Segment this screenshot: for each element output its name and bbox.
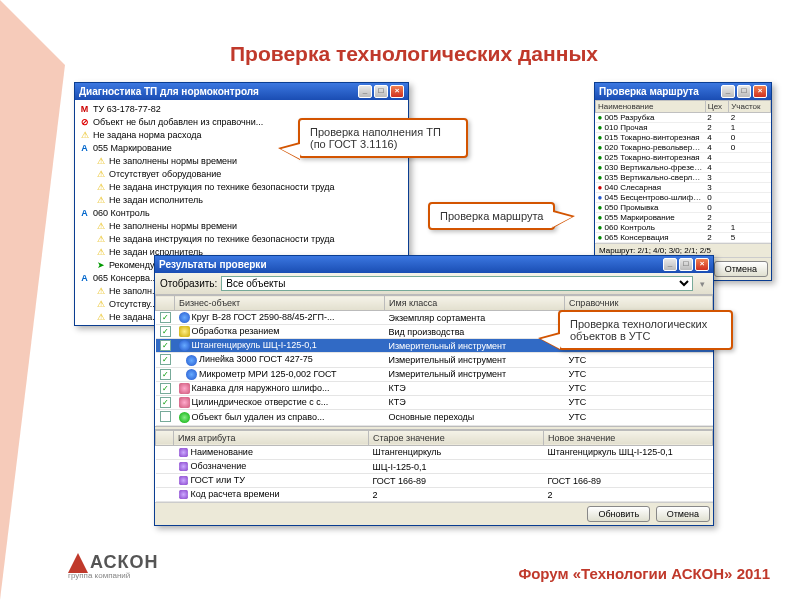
grid-header[interactable]: Справочник	[565, 296, 713, 311]
checkbox[interactable]: ✓	[160, 354, 171, 365]
maximize-button[interactable]: □	[737, 85, 751, 98]
route-row[interactable]: ● 045 Бесцентрово-шлифовальная0	[596, 193, 771, 203]
grid-header[interactable]	[156, 296, 175, 311]
checkbox[interactable]: ✓	[160, 340, 171, 351]
diag-item[interactable]: ⚠Не задан исполнитель	[79, 193, 404, 206]
diag-root[interactable]: M ТУ 63-178-77-82	[79, 102, 404, 115]
object-icon	[186, 369, 197, 380]
logo: АСКОН группа компаний	[68, 552, 159, 580]
page-title: Проверка технологических данных	[230, 42, 598, 66]
grid-header[interactable]: Старое значение	[369, 430, 544, 445]
route-row[interactable]: ● 050 Промывка0	[596, 203, 771, 213]
checkbox[interactable]: ✓	[160, 326, 171, 337]
minimize-button[interactable]: _	[358, 85, 372, 98]
attr-row[interactable]: ОбозначениеШЦ-I-125-0,1	[156, 460, 713, 474]
close-button[interactable]: ×	[695, 258, 709, 271]
object-row[interactable]: ✓Цилиндрическое отверстие с с...КТЭУТС	[156, 395, 713, 409]
checkbox[interactable]: ✓	[160, 397, 171, 408]
route-row[interactable]: ● 025 Токарно-винторезная4	[596, 153, 771, 163]
close-button[interactable]: ×	[390, 85, 404, 98]
route-row[interactable]: ● 040 Слесарная3	[596, 183, 771, 193]
diag-text: Не задана инструкция по технике безопасн…	[109, 234, 335, 244]
attr-icon	[179, 490, 188, 499]
object-icon	[179, 412, 190, 423]
diag-text: Не заполн...	[109, 286, 160, 296]
attr-row[interactable]: Код расчета времени22	[156, 488, 713, 502]
warn-icon: ⚠	[95, 285, 106, 296]
collapse-icon[interactable]: ▾	[697, 278, 708, 289]
minimize-button[interactable]: _	[663, 258, 677, 271]
route-row[interactable]: ● 020 Токарно-револьверная40	[596, 143, 771, 153]
checkbox[interactable]: ✓	[160, 369, 171, 380]
diag-text: Не задана...	[109, 312, 160, 322]
route-row[interactable]: ● 065 Консервация25	[596, 233, 771, 243]
object-icon	[186, 355, 197, 366]
warn-icon: ⚠	[95, 246, 106, 257]
route-row[interactable]: ● 010 Прочая21	[596, 123, 771, 133]
checkbox[interactable]: ✓	[160, 383, 171, 394]
object-icon	[179, 326, 190, 337]
diag-item[interactable]: ⚠Не задана инструкция по технике безопас…	[79, 232, 404, 245]
route-row[interactable]: ● 055 Маркирование2	[596, 213, 771, 223]
diag-text: Не задан исполнитель	[109, 195, 203, 205]
route-titlebar[interactable]: Проверка маршрута _ □ ×	[595, 83, 771, 100]
diag-text: 065 Консерва...	[93, 273, 157, 283]
route-row[interactable]: ● 005 Разрубка22	[596, 113, 771, 123]
route-row[interactable]: ● 015 Токарно-винторезная40	[596, 133, 771, 143]
grid-header[interactable]: Новое значение	[544, 430, 713, 445]
attr-row[interactable]: ГОСТ или ТУГОСТ 166-89ГОСТ 166-89	[156, 474, 713, 488]
filter-label: Отобразить:	[160, 278, 217, 289]
maximize-button[interactable]: □	[679, 258, 693, 271]
route-header[interactable]: Цех	[705, 101, 728, 113]
callout-uts: Проверка технологических объектов в УТС	[558, 310, 733, 350]
warn-icon: ⚠	[95, 220, 106, 231]
footer-title: Форум «Технологии АСКОН» 2011	[518, 565, 770, 582]
results-title: Результаты проверки	[159, 259, 267, 270]
logo-mark	[68, 553, 88, 573]
diag-text: Отсутствует оборудование	[109, 169, 221, 179]
grid-header[interactable]	[156, 430, 174, 445]
diag-text: Отсутству...	[109, 299, 157, 309]
attributes-grid[interactable]: Имя атрибутаСтарое значениеНовое значени…	[155, 430, 713, 503]
route-row[interactable]: ● 060 Контроль21	[596, 223, 771, 233]
route-row[interactable]: ● 035 Вертикально-сверлильная3	[596, 173, 771, 183]
object-row[interactable]: Объект был удален из справо...Основные п…	[156, 409, 713, 425]
route-header[interactable]: Наименование	[596, 101, 706, 113]
checkbox[interactable]	[160, 411, 171, 422]
object-row[interactable]: ✓Канавка для наружного шлифо...КТЭУТС	[156, 381, 713, 395]
route-header[interactable]: Участок	[729, 101, 771, 113]
object-row[interactable]: ✓ Микрометр МРИ 125-0,002 ГОСТИзмеритель…	[156, 367, 713, 381]
warn-icon: ⚠	[95, 181, 106, 192]
attr-icon	[179, 462, 188, 471]
diag-item[interactable]: A060 Контроль	[79, 206, 404, 219]
grid-header[interactable]: Бизнес-объект	[175, 296, 385, 311]
attr-icon	[179, 476, 188, 485]
diag-text: 055 Маркирование	[93, 143, 172, 153]
filter-select[interactable]: Все объекты	[221, 276, 693, 291]
route-row[interactable]: ● 030 Вертикально-фрезерная4	[596, 163, 771, 173]
callout-route: Проверка маршрута	[428, 202, 555, 230]
results-titlebar[interactable]: Результаты проверки _ □ ×	[155, 256, 713, 273]
update-button[interactable]: Обновить	[587, 506, 650, 522]
object-icon	[179, 312, 190, 323]
diag-text: Объект не был добавлен из справочни...	[93, 117, 263, 127]
warn-icon: ⚠	[95, 168, 106, 179]
grid-header[interactable]: Имя класса	[385, 296, 565, 311]
diag-text: 060 Контроль	[93, 208, 150, 218]
diag-item[interactable]: ⚠Не задана инструкция по технике безопас…	[79, 180, 404, 193]
diag-item[interactable]: ⚠Не заполнены нормы времени	[79, 219, 404, 232]
checkbox[interactable]: ✓	[160, 312, 171, 323]
diag-text: Не задана инструкция по технике безопасн…	[109, 182, 335, 192]
grid-header[interactable]: Имя атрибута	[174, 430, 369, 445]
cancel-button[interactable]: Отмена	[656, 506, 710, 522]
a-icon: A	[79, 142, 90, 153]
object-row[interactable]: ✓ Линейка 3000 ГОСТ 427-75Измерительный …	[156, 353, 713, 367]
diagnostics-titlebar[interactable]: Диагностика ТП для нормоконтроля _ □ ×	[75, 83, 408, 100]
maximize-button[interactable]: □	[374, 85, 388, 98]
attr-row[interactable]: НаименованиеШтангенциркульШтангенциркуль…	[156, 445, 713, 459]
diag-item[interactable]: ⚠Отсутствует оборудование	[79, 167, 404, 180]
close-button[interactable]: ×	[753, 85, 767, 98]
cancel-button[interactable]: Отмена	[714, 261, 768, 277]
minimize-button[interactable]: _	[721, 85, 735, 98]
route-table[interactable]: НаименованиеЦехУчасток ● 005 Разрубка22●…	[595, 100, 771, 243]
